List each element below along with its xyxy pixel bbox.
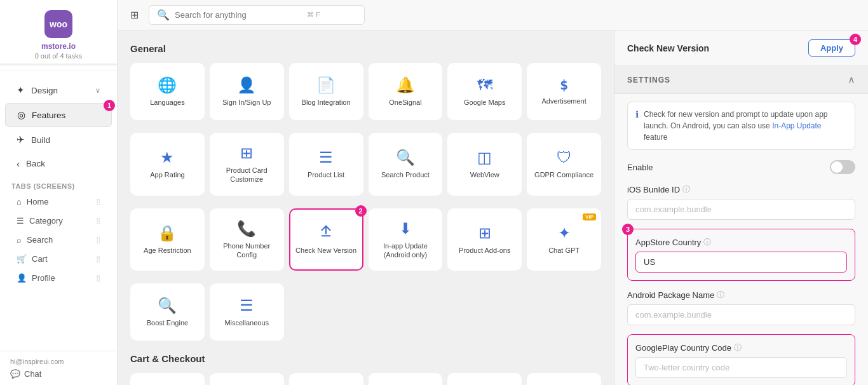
product-list-icon: ☰ [319,149,333,166]
feature-card-miscellaneous[interactable]: ☰ Miscellaneous [210,283,284,341]
feature-card-check-new-version[interactable]: Check New Version 2 [289,208,363,271]
android-package-input[interactable] [627,304,855,325]
feature-card-webview[interactable]: ◫ WebView [447,133,522,196]
onesignal-icon: 🔔 [396,76,415,94]
feature-label: Miscellaneous [224,318,269,327]
tab-search[interactable]: ⌕ Search ⣿ [5,231,112,249]
feature-label: In-app Update (Android only) [375,241,437,260]
feature-card-shopping-cart[interactable]: 🛒 Shopping Cart [210,373,284,385]
misc-icon: ☰ [240,297,254,314]
feature-label: WebView [470,170,499,179]
feature-card-currencies[interactable]: $ Currencies [130,373,205,385]
home-icon: ⌂ [17,197,22,206]
feature-label: Search Product [381,170,430,179]
feature-label: Blog Integration [302,98,351,107]
feature-card-languages[interactable]: 🌐 Languages [130,63,205,120]
feature-label: App Rating [150,170,184,179]
feature-card-phone-number[interactable]: 📞 Phone Number Config [210,208,284,271]
drag-handle-icon: ⣿ [96,255,100,262]
help-icon: ⓘ [703,237,711,248]
chat-button[interactable]: 💬 Chat [10,369,107,379]
feature-label: Google Maps [464,98,505,107]
category-icon: ☰ [17,216,24,226]
sidebar-item-build[interactable]: ✈ Build [5,128,112,151]
tab-cart[interactable]: 🛒 Cart ⣿ [5,250,112,268]
settings-header: SETTINGS ∧ [614,66,868,93]
feature-card-search-product[interactable]: 🔍 Search Product [369,133,443,196]
feature-label: GDPR Compliance [534,170,593,179]
tab-profile[interactable]: 👤 Profile ⣿ [5,269,112,287]
search-nav-icon: ⌕ [17,235,22,245]
chatgpt-icon: ✦ [558,224,571,242]
grid-icon[interactable]: ⊞ [130,9,139,21]
search-bar[interactable]: 🔍 ⌘ F [149,5,365,25]
enable-toggle-row: Enable [627,160,855,174]
sidebar-nav: ✦ Design ∨ ◎ Features 1 ✈ Build ‹ Back T… [0,71,117,351]
step-badge-1: 1 [104,100,115,111]
tab-home[interactable]: ⌂ Home ⣿ [5,192,112,211]
feature-card-boost-engine[interactable]: 🔍 Boost Engine [130,283,205,341]
step-badge-4: 4 [850,34,861,45]
phone-icon: 📞 [237,220,256,238]
feature-card-age-restriction[interactable]: 🔒 Age Restriction [130,208,205,271]
tab-label: Search [27,235,53,245]
general-grid-row3: 🔒 Age Restriction 📞 Phone Number Config … [130,208,601,271]
sidebar-item-design[interactable]: ✦ Design ∨ [5,79,112,102]
help-icon: ⓘ [734,342,742,353]
drag-handle-icon: ⣿ [96,274,100,281]
feature-card-sign-in-up[interactable]: 👤 Sign In/Sign Up [210,63,284,120]
feature-card-checkout-screen[interactable]: 💳 Checkout Screen [527,373,601,385]
feature-card-onesignal[interactable]: 🔔 OneSignal [369,63,443,120]
sidebar-item-features[interactable]: ◎ Features 1 [5,103,112,127]
general-grid-row1: 🌐 Languages 👤 Sign In/Sign Up 📄 Blog Int… [130,63,601,120]
store-name: mstore.io [41,42,76,51]
signin-icon: 👤 [237,76,256,94]
step-badge-3: 3 [622,224,634,235]
google-play-input[interactable] [635,357,847,378]
main-area: ⊞ 🔍 ⌘ F General 🌐 Languages 👤 Sign In/Si… [118,0,868,385]
maps-icon: 🗺 [477,76,492,94]
android-package-field: Android Package Name ⓘ [627,290,855,325]
general-grid-row4: 🔍 Boost Engine ☰ Miscellaneous [130,283,601,341]
tab-label: Cart [32,254,48,264]
in-app-update-link[interactable]: In-App Update [772,121,821,130]
feature-card-shipping-country[interactable]: 🌐 Shipping Country [447,373,522,385]
drag-handle-icon: ⣿ [96,198,100,205]
feature-card-product-addons[interactable]: ⊞ Product Add-ons [447,208,522,271]
design-icon: ✦ [17,84,25,96]
feature-card-advertisement[interactable]: $ Advertisement [527,63,601,120]
feature-card-gdpr[interactable]: 🛡 GDPR Compliance [527,133,601,196]
in-app-update-icon: ⬇ [399,220,412,238]
feature-card-coupon[interactable]: 🏷 Coupon [289,373,363,385]
ios-bundle-input[interactable] [627,199,855,220]
sidebar-item-label: Design [31,86,58,95]
feature-card-in-app-update[interactable]: ⬇ In-app Update (Android only) [369,208,443,271]
feature-card-google-maps[interactable]: 🗺 Google Maps [447,63,522,120]
apply-button[interactable]: Apply 4 [808,39,855,57]
sidebar-item-label: Back [26,159,45,168]
sidebar-item-label: Features [32,111,65,120]
feature-card-chat-gpt[interactable]: VIP ✦ Chat GPT [527,208,601,271]
feature-card-product-list[interactable]: ☰ Product List [289,133,363,196]
feature-card-blog-integration[interactable]: 📄 Blog Integration [289,63,363,120]
drag-handle-icon: ⣿ [96,217,100,224]
enable-toggle[interactable] [830,160,855,174]
feature-card-app-rating[interactable]: ★ App Rating [130,133,205,196]
search-input[interactable] [175,10,302,20]
collapse-icon[interactable]: ∧ [848,74,855,86]
appstore-country-input[interactable] [635,252,847,273]
feature-card-product-card[interactable]: ⊞ Product Card Customize [210,133,284,196]
chat-icon: 💬 [10,369,20,379]
google-play-label: GooglePlay Country Code ⓘ [635,342,847,353]
info-box: ℹ Check for new version and prompt to up… [627,102,855,150]
android-package-label: Android Package Name ⓘ [627,290,855,301]
feature-card-point-reward[interactable]: ◎ Point & Reward [369,373,443,385]
tab-category[interactable]: ☰ Category ⣿ [5,212,112,230]
sidebar-item-back[interactable]: ‹ Back [5,152,112,175]
settings-label: SETTINGS [627,76,670,84]
chat-label: Chat [24,369,41,379]
search-icon: 🔍 [157,9,170,21]
features-icon: ◎ [17,109,25,121]
help-icon: ⓘ [682,184,690,195]
tab-label: Category [29,216,63,226]
